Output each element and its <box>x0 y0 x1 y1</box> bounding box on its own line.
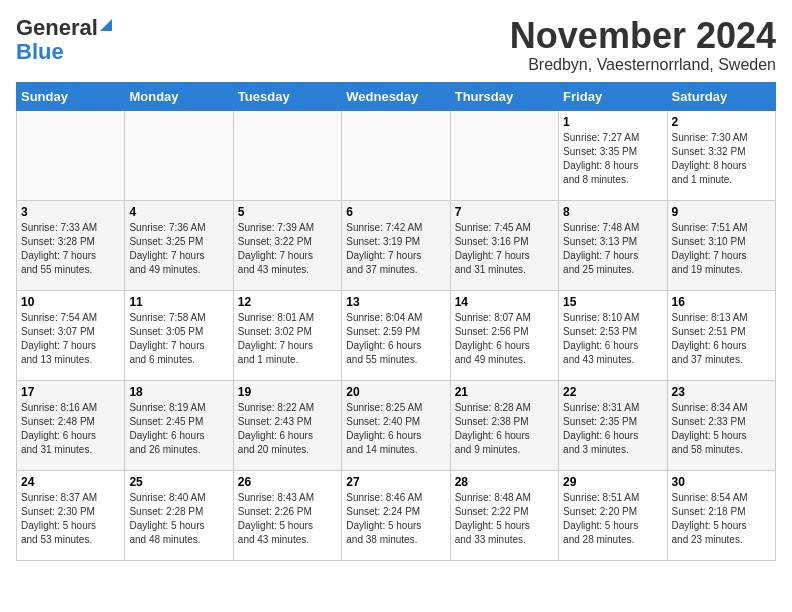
day-cell <box>125 110 233 200</box>
day-info: Sunrise: 8:25 AM Sunset: 2:40 PM Dayligh… <box>346 401 445 457</box>
day-number: 27 <box>346 475 445 489</box>
day-info: Sunrise: 8:31 AM Sunset: 2:35 PM Dayligh… <box>563 401 662 457</box>
day-cell: 30Sunrise: 8:54 AM Sunset: 2:18 PM Dayli… <box>667 470 775 560</box>
day-number: 22 <box>563 385 662 399</box>
day-number: 11 <box>129 295 228 309</box>
weekday-header-tuesday: Tuesday <box>233 82 341 110</box>
day-cell: 3Sunrise: 7:33 AM Sunset: 3:28 PM Daylig… <box>17 200 125 290</box>
day-cell: 15Sunrise: 8:10 AM Sunset: 2:53 PM Dayli… <box>559 290 667 380</box>
day-cell: 25Sunrise: 8:40 AM Sunset: 2:28 PM Dayli… <box>125 470 233 560</box>
weekday-header-wednesday: Wednesday <box>342 82 450 110</box>
day-info: Sunrise: 8:22 AM Sunset: 2:43 PM Dayligh… <box>238 401 337 457</box>
day-info: Sunrise: 8:43 AM Sunset: 2:26 PM Dayligh… <box>238 491 337 547</box>
day-number: 23 <box>672 385 771 399</box>
day-info: Sunrise: 8:51 AM Sunset: 2:20 PM Dayligh… <box>563 491 662 547</box>
day-cell: 17Sunrise: 8:16 AM Sunset: 2:48 PM Dayli… <box>17 380 125 470</box>
day-number: 1 <box>563 115 662 129</box>
day-number: 10 <box>21 295 120 309</box>
day-number: 30 <box>672 475 771 489</box>
week-row-3: 10Sunrise: 7:54 AM Sunset: 3:07 PM Dayli… <box>17 290 776 380</box>
day-cell: 9Sunrise: 7:51 AM Sunset: 3:10 PM Daylig… <box>667 200 775 290</box>
weekday-header-thursday: Thursday <box>450 82 558 110</box>
day-number: 24 <box>21 475 120 489</box>
day-number: 18 <box>129 385 228 399</box>
day-number: 20 <box>346 385 445 399</box>
weekday-header-sunday: Sunday <box>17 82 125 110</box>
day-cell: 21Sunrise: 8:28 AM Sunset: 2:38 PM Dayli… <box>450 380 558 470</box>
day-info: Sunrise: 8:04 AM Sunset: 2:59 PM Dayligh… <box>346 311 445 367</box>
day-info: Sunrise: 7:58 AM Sunset: 3:05 PM Dayligh… <box>129 311 228 367</box>
day-info: Sunrise: 7:39 AM Sunset: 3:22 PM Dayligh… <box>238 221 337 277</box>
day-cell: 29Sunrise: 8:51 AM Sunset: 2:20 PM Dayli… <box>559 470 667 560</box>
day-cell: 11Sunrise: 7:58 AM Sunset: 3:05 PM Dayli… <box>125 290 233 380</box>
day-number: 29 <box>563 475 662 489</box>
month-title: November 2024 <box>510 16 776 56</box>
day-cell: 24Sunrise: 8:37 AM Sunset: 2:30 PM Dayli… <box>17 470 125 560</box>
day-info: Sunrise: 8:37 AM Sunset: 2:30 PM Dayligh… <box>21 491 120 547</box>
day-cell <box>450 110 558 200</box>
day-info: Sunrise: 8:46 AM Sunset: 2:24 PM Dayligh… <box>346 491 445 547</box>
day-cell: 1Sunrise: 7:27 AM Sunset: 3:35 PM Daylig… <box>559 110 667 200</box>
logo: GeneralBlue <box>16 16 112 64</box>
day-number: 16 <box>672 295 771 309</box>
day-cell: 27Sunrise: 8:46 AM Sunset: 2:24 PM Dayli… <box>342 470 450 560</box>
day-info: Sunrise: 8:01 AM Sunset: 3:02 PM Dayligh… <box>238 311 337 367</box>
day-info: Sunrise: 7:51 AM Sunset: 3:10 PM Dayligh… <box>672 221 771 277</box>
weekday-header-saturday: Saturday <box>667 82 775 110</box>
day-info: Sunrise: 7:36 AM Sunset: 3:25 PM Dayligh… <box>129 221 228 277</box>
day-info: Sunrise: 8:54 AM Sunset: 2:18 PM Dayligh… <box>672 491 771 547</box>
day-number: 15 <box>563 295 662 309</box>
week-row-4: 17Sunrise: 8:16 AM Sunset: 2:48 PM Dayli… <box>17 380 776 470</box>
day-info: Sunrise: 8:19 AM Sunset: 2:45 PM Dayligh… <box>129 401 228 457</box>
day-info: Sunrise: 7:33 AM Sunset: 3:28 PM Dayligh… <box>21 221 120 277</box>
day-cell: 28Sunrise: 8:48 AM Sunset: 2:22 PM Dayli… <box>450 470 558 560</box>
day-number: 4 <box>129 205 228 219</box>
day-cell: 7Sunrise: 7:45 AM Sunset: 3:16 PM Daylig… <box>450 200 558 290</box>
day-cell <box>17 110 125 200</box>
day-info: Sunrise: 7:27 AM Sunset: 3:35 PM Dayligh… <box>563 131 662 187</box>
day-cell <box>342 110 450 200</box>
day-cell: 16Sunrise: 8:13 AM Sunset: 2:51 PM Dayli… <box>667 290 775 380</box>
day-info: Sunrise: 8:28 AM Sunset: 2:38 PM Dayligh… <box>455 401 554 457</box>
day-info: Sunrise: 8:16 AM Sunset: 2:48 PM Dayligh… <box>21 401 120 457</box>
day-cell: 22Sunrise: 8:31 AM Sunset: 2:35 PM Dayli… <box>559 380 667 470</box>
day-number: 25 <box>129 475 228 489</box>
day-cell: 26Sunrise: 8:43 AM Sunset: 2:26 PM Dayli… <box>233 470 341 560</box>
day-info: Sunrise: 7:54 AM Sunset: 3:07 PM Dayligh… <box>21 311 120 367</box>
day-cell: 20Sunrise: 8:25 AM Sunset: 2:40 PM Dayli… <box>342 380 450 470</box>
week-row-5: 24Sunrise: 8:37 AM Sunset: 2:30 PM Dayli… <box>17 470 776 560</box>
day-info: Sunrise: 8:34 AM Sunset: 2:33 PM Dayligh… <box>672 401 771 457</box>
day-cell: 8Sunrise: 7:48 AM Sunset: 3:13 PM Daylig… <box>559 200 667 290</box>
day-cell: 6Sunrise: 7:42 AM Sunset: 3:19 PM Daylig… <box>342 200 450 290</box>
day-number: 12 <box>238 295 337 309</box>
day-number: 7 <box>455 205 554 219</box>
day-info: Sunrise: 8:10 AM Sunset: 2:53 PM Dayligh… <box>563 311 662 367</box>
title-area: November 2024 Bredbyn, Vaesternorrland, … <box>510 16 776 74</box>
day-number: 2 <box>672 115 771 129</box>
location-title: Bredbyn, Vaesternorrland, Sweden <box>510 56 776 74</box>
day-number: 13 <box>346 295 445 309</box>
week-row-1: 1Sunrise: 7:27 AM Sunset: 3:35 PM Daylig… <box>17 110 776 200</box>
day-cell: 13Sunrise: 8:04 AM Sunset: 2:59 PM Dayli… <box>342 290 450 380</box>
day-number: 3 <box>21 205 120 219</box>
day-number: 14 <box>455 295 554 309</box>
day-info: Sunrise: 8:48 AM Sunset: 2:22 PM Dayligh… <box>455 491 554 547</box>
day-number: 28 <box>455 475 554 489</box>
header: GeneralBlue November 2024 Bredbyn, Vaest… <box>16 16 776 74</box>
day-number: 21 <box>455 385 554 399</box>
day-cell: 12Sunrise: 8:01 AM Sunset: 3:02 PM Dayli… <box>233 290 341 380</box>
day-number: 17 <box>21 385 120 399</box>
week-row-2: 3Sunrise: 7:33 AM Sunset: 3:28 PM Daylig… <box>17 200 776 290</box>
day-cell: 2Sunrise: 7:30 AM Sunset: 3:32 PM Daylig… <box>667 110 775 200</box>
weekday-header-friday: Friday <box>559 82 667 110</box>
day-number: 8 <box>563 205 662 219</box>
day-info: Sunrise: 7:48 AM Sunset: 3:13 PM Dayligh… <box>563 221 662 277</box>
weekday-header-row: SundayMondayTuesdayWednesdayThursdayFrid… <box>17 82 776 110</box>
day-cell: 23Sunrise: 8:34 AM Sunset: 2:33 PM Dayli… <box>667 380 775 470</box>
calendar-table: SundayMondayTuesdayWednesdayThursdayFrid… <box>16 82 776 561</box>
day-info: Sunrise: 7:42 AM Sunset: 3:19 PM Dayligh… <box>346 221 445 277</box>
day-info: Sunrise: 8:13 AM Sunset: 2:51 PM Dayligh… <box>672 311 771 367</box>
day-cell: 18Sunrise: 8:19 AM Sunset: 2:45 PM Dayli… <box>125 380 233 470</box>
logo-text: GeneralBlue <box>16 16 112 64</box>
day-cell: 19Sunrise: 8:22 AM Sunset: 2:43 PM Dayli… <box>233 380 341 470</box>
